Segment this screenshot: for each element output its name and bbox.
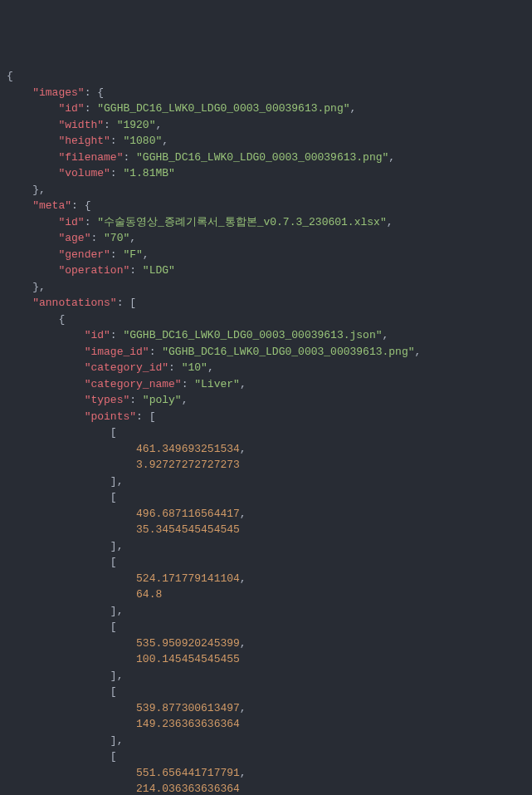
code-line: ], bbox=[0, 474, 532, 490]
code-line: "age": "70", bbox=[0, 230, 532, 247]
code-line: "id": "수술동영상_증례기록서_통합본_v0.7.3_230601.xls… bbox=[0, 214, 532, 231]
code-line: 551.656441717791, bbox=[0, 765, 532, 782]
code-line: "meta": { bbox=[0, 198, 532, 214]
code-line: 496.687116564417, bbox=[0, 506, 532, 523]
code-line: [ bbox=[0, 489, 532, 506]
code-line: "id": "GGHB_DC16_LWK0_LDG0_0003_00039613… bbox=[0, 327, 532, 344]
code-line: "volume": "1.81MB" bbox=[0, 165, 532, 182]
code-line: { bbox=[0, 312, 532, 328]
code-line: [ bbox=[0, 684, 532, 700]
code-line: 539.877300613497, bbox=[0, 700, 532, 717]
code-line: "annotations": [ bbox=[0, 295, 532, 312]
code-line: 35.3454545454545 bbox=[0, 522, 532, 538]
code-line: "points": [ bbox=[0, 409, 532, 425]
code-line: "images": { bbox=[0, 85, 532, 101]
code-line: }, bbox=[0, 279, 532, 296]
code-line: [ bbox=[0, 554, 532, 571]
code-line: ], bbox=[0, 733, 532, 749]
code-line: 64.8 bbox=[0, 586, 532, 603]
code-line: "image_id": "GGHB_DC16_LWK0_LDG0_0003_00… bbox=[0, 344, 532, 361]
code-line: "types": "poly", bbox=[0, 392, 532, 409]
code-line: [ bbox=[0, 748, 532, 765]
code-line: { bbox=[0, 68, 532, 85]
code-line: 535.950920245399, bbox=[0, 636, 532, 652]
code-line: "width": "1920", bbox=[0, 117, 532, 134]
code-line: [ bbox=[0, 424, 532, 441]
code-line: 214.036363636364 bbox=[0, 781, 532, 795]
code-line: 149.236363636364 bbox=[0, 716, 532, 733]
code-line: 3.92727272727273 bbox=[0, 457, 532, 474]
code-line: ], bbox=[0, 603, 532, 620]
code-line: "operation": "LDG" bbox=[0, 263, 532, 279]
json-code-block: { "images": { "id": "GGHB_DC16_LWK0_LDG0… bbox=[0, 68, 532, 795]
code-line: "category_name": "Liver", bbox=[0, 376, 532, 393]
code-line: "id": "GGHB_DC16_LWK0_LDG0_0003_00039613… bbox=[0, 101, 532, 117]
code-line: [ bbox=[0, 619, 532, 636]
code-line: ], bbox=[0, 668, 532, 685]
code-line: ], bbox=[0, 538, 532, 555]
code-line: "height": "1080", bbox=[0, 133, 532, 150]
code-line: "gender": "F", bbox=[0, 247, 532, 263]
code-line: 100.145454545455 bbox=[0, 651, 532, 668]
code-line: "category_id": "10", bbox=[0, 360, 532, 376]
code-line: "filename": "GGHB_DC16_LWK0_LDG0_0003_00… bbox=[0, 150, 532, 166]
code-line: 524.171779141104, bbox=[0, 571, 532, 587]
code-line: 461.349693251534, bbox=[0, 441, 532, 458]
code-line: }, bbox=[0, 182, 532, 199]
